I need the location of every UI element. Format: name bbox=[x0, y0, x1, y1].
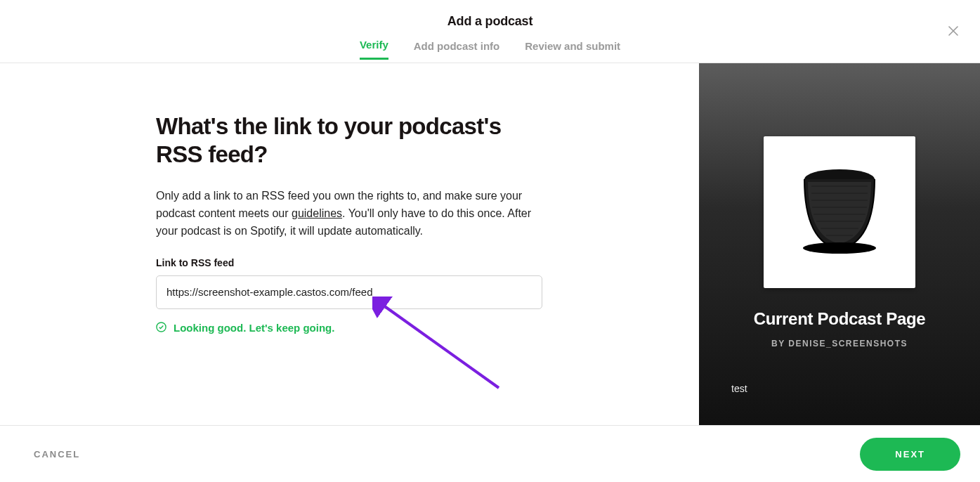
step-verify[interactable]: Verify bbox=[360, 39, 388, 60]
modal-footer: CANCEL NEXT bbox=[0, 425, 980, 482]
by-name: DENISE_SCREENSHOTS bbox=[788, 339, 908, 349]
rss-feed-input[interactable] bbox=[156, 275, 542, 309]
step-review[interactable]: Review and submit bbox=[525, 40, 620, 59]
rss-field-label: Link to RSS feed bbox=[156, 257, 544, 268]
cancel-button[interactable]: CANCEL bbox=[34, 449, 80, 460]
svg-point-13 bbox=[803, 242, 876, 254]
podcast-preview-panel: Current Podcast Page BY DENISE_SCREENSHO… bbox=[699, 63, 980, 425]
check-circle-icon bbox=[156, 322, 166, 334]
close-button[interactable] bbox=[946, 25, 960, 39]
step-add-info[interactable]: Add podcast info bbox=[414, 40, 500, 59]
modal-body: What's the link to your podcast's RSS fe… bbox=[0, 63, 980, 425]
modal-header: Add a podcast Verify Add podcast info Re… bbox=[0, 0, 980, 63]
microphone-pop-filter-icon bbox=[787, 158, 892, 266]
podcast-artwork bbox=[764, 136, 915, 288]
next-button[interactable]: NEXT bbox=[860, 438, 960, 471]
podcast-title: Current Podcast Page bbox=[754, 309, 926, 329]
validation-message: Looking good. Let's keep going. bbox=[156, 322, 544, 334]
podcast-author: BY DENISE_SCREENSHOTS bbox=[771, 339, 908, 349]
step-indicator: Verify Add podcast info Review and submi… bbox=[360, 39, 620, 60]
page-description: Only add a link to an RSS feed you own t… bbox=[156, 188, 544, 240]
guidelines-link[interactable]: guidelines bbox=[292, 207, 342, 219]
modal-title: Add a podcast bbox=[447, 14, 533, 29]
page-heading: What's the link to your podcast's RSS fe… bbox=[156, 112, 544, 168]
validation-text: Looking good. Let's keep going. bbox=[174, 322, 334, 334]
close-icon bbox=[948, 25, 959, 39]
podcast-description: test bbox=[731, 383, 747, 394]
by-prefix: BY bbox=[771, 339, 788, 349]
form-panel: What's the link to your podcast's RSS fe… bbox=[0, 63, 699, 425]
